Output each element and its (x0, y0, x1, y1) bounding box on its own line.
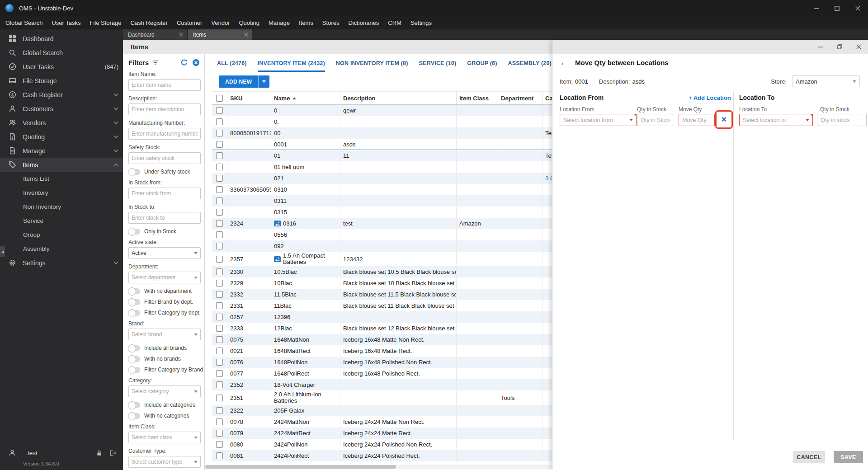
dialog-restore-button[interactable] (830, 40, 849, 54)
table-row[interactable]: 00751648MattNonIceberg 16x48 Matte Non R… (212, 334, 552, 345)
row-checkbox[interactable] (216, 370, 223, 377)
menu-item-items[interactable]: Items (294, 16, 318, 29)
row-checkbox[interactable] (216, 186, 223, 193)
toggle-switch[interactable] (128, 310, 140, 316)
sidebar-item-items-list[interactable]: Items List (0, 172, 123, 186)
column-header-name[interactable]: Name (271, 92, 340, 104)
row-checkbox[interactable] (216, 407, 223, 414)
toggle-switch[interactable] (128, 367, 140, 373)
row-checkbox[interactable] (216, 395, 223, 401)
filter-input-item-name[interactable] (128, 79, 201, 91)
sidebar-item-user-tasks[interactable]: User Tasks(847) (0, 60, 123, 74)
table-row[interactable]: 00802424PoliNonIceberg 24x24 Polished No… (212, 439, 552, 450)
item-tab-non-inventory-item-8[interactable]: NON INVENTORY ITEM (8) (336, 54, 408, 72)
filter-input-in-stock-to[interactable] (128, 212, 201, 224)
menu-item-crm[interactable]: CRM (383, 16, 406, 29)
table-row[interactable]: 0315 (212, 207, 552, 218)
refresh-icon[interactable] (180, 59, 188, 66)
table-row[interactable]: 025712396 (212, 311, 552, 323)
sidebar-item-non-inventory[interactable]: Non Inventory (0, 200, 123, 214)
toggle-switch[interactable] (128, 169, 140, 175)
filter-toggle-include-all-brands[interactable]: Include all brands (128, 345, 201, 351)
sidebar-item-customers[interactable]: Customers (0, 102, 123, 116)
lock-icon[interactable] (96, 450, 103, 456)
row-checkbox[interactable] (216, 336, 223, 343)
column-header-description[interactable]: Description (340, 92, 457, 104)
qty-in-stock-to-input[interactable] (817, 114, 867, 126)
table-row[interactable]: 23512.0 Ah Lithium-Ion BatteriesTools (212, 390, 552, 405)
select-all-checkbox[interactable] (216, 95, 223, 102)
sidebar-item-global-search[interactable]: Global Search (0, 46, 123, 60)
row-checkbox[interactable] (216, 118, 223, 125)
menu-item-manage[interactable]: Manage (264, 16, 294, 29)
row-checkbox[interactable] (216, 430, 223, 437)
row-checkbox[interactable] (216, 256, 223, 263)
filter-select-customer-type[interactable]: Select customer type (128, 456, 201, 468)
row-checkbox[interactable] (216, 418, 223, 425)
table-row[interactable]: 0001asds (212, 139, 552, 150)
row-checkbox[interactable] (216, 141, 223, 148)
menu-item-global-search[interactable]: Global Search (1, 16, 47, 29)
add-new-dropdown-button[interactable] (258, 75, 269, 88)
item-tab-group-6[interactable]: GROUP (6) (467, 54, 497, 72)
row-checkbox[interactable] (216, 268, 223, 275)
row-checkbox[interactable] (216, 381, 223, 388)
scrollbar-thumb[interactable] (205, 465, 396, 469)
table-row[interactable]: 23240316testAmazon (212, 218, 552, 229)
row-checkbox[interactable] (216, 280, 223, 287)
sidebar-item-group[interactable]: Group (0, 228, 123, 242)
location-from-select[interactable]: Select location from (560, 114, 637, 126)
filter-toggle-filter-brand-by-dept[interactable]: Filter Brand by dept. (128, 299, 201, 305)
filter-select-category[interactable]: Select category (128, 385, 201, 397)
item-tab-all-2476[interactable]: ALL (2476) (217, 54, 247, 72)
filter-select-brand[interactable]: Select brand (128, 329, 201, 340)
qty-in-stock-input[interactable] (637, 114, 673, 126)
filter-input-description[interactable] (128, 103, 201, 115)
sidebar-item-quoting[interactable]: $Quoting (0, 130, 123, 144)
menu-item-dictionaries[interactable]: Dictionaries (344, 16, 383, 29)
sidebar-item-manage[interactable]: Manage (0, 144, 123, 158)
sidebar-item-settings[interactable]: Settings (0, 256, 123, 270)
item-tab-service-10[interactable]: SERVICE (10) (419, 54, 457, 72)
column-header-cate[interactable]: Cate (542, 92, 552, 104)
menu-item-file-storage[interactable]: File Storage (85, 16, 126, 29)
table-row[interactable]: 800050019171200Tes (212, 127, 552, 139)
dialog-close-button[interactable] (849, 40, 868, 54)
filter-toggle-include-all-categories[interactable]: Include all categories (128, 402, 201, 408)
row-checkbox[interactable] (216, 291, 223, 298)
table-row[interactable]: 01 hell uom (212, 161, 552, 173)
toggle-switch[interactable] (128, 356, 140, 362)
table-row[interactable]: 33603730650590310 (212, 184, 552, 195)
filter-toggle-with-no-department[interactable]: With no department (128, 288, 201, 294)
item-tab-inventory-item-2432[interactable]: INVENTORY ITEM (2432) (258, 54, 325, 72)
table-row[interactable]: 0213 C (212, 173, 552, 184)
close-icon[interactable] (244, 33, 248, 37)
table-row[interactable]: 00771648PoliRectIceberg 16x48 Polished R… (212, 368, 552, 379)
table-row[interactable]: 233010.5BlacBlack blouse set 10.5 Black … (212, 266, 552, 277)
sidebar-item-assembly[interactable]: Assembly (0, 242, 123, 256)
table-row[interactable]: 00782424MattNonIceberg 24x24 Matte Non R… (212, 416, 552, 428)
sidebar-item-dashboard[interactable]: Dashboard (0, 32, 123, 46)
tab-dashboard[interactable]: Dashboard (123, 29, 187, 40)
item-tab-assembly-20[interactable]: ASSEMBLY (20) (508, 54, 552, 72)
table-row[interactable]: 0qewr (212, 105, 552, 116)
menu-item-cash-register[interactable]: Cash Register (126, 16, 172, 29)
row-checkbox[interactable] (216, 209, 223, 216)
logout-icon[interactable] (109, 450, 117, 456)
collapse-sidebar-icon[interactable]: ◀ (0, 246, 5, 257)
row-checkbox[interactable] (216, 452, 223, 459)
menu-item-settings[interactable]: Settings (406, 16, 436, 29)
sidebar-item-inventory[interactable]: Inventory (0, 186, 123, 200)
table-row[interactable]: 235218-Volt Charger (212, 379, 552, 390)
toggle-switch[interactable] (128, 345, 140, 351)
table-row[interactable]: 232910BlacBlack blouse set 10 Black Blac… (212, 277, 552, 289)
filter-toggle-filter-category-by-dept[interactable]: Filter Category by dept. (128, 310, 201, 316)
row-checkbox[interactable] (216, 243, 223, 249)
table-row[interactable]: 00761648PoliNonIceberg 16x48 Polished No… (212, 357, 552, 368)
menu-item-stores[interactable]: Stores (318, 16, 344, 29)
table-row[interactable]: 0. (212, 116, 552, 127)
filter-toggle-under-safety-stock[interactable]: Under Safety stock (128, 169, 201, 175)
filter-toggle-with-no-brands[interactable]: With no brands (128, 356, 201, 362)
toggle-switch[interactable] (128, 288, 140, 294)
filter-toggle-filter-category-by-brand[interactable]: Filter Category by Brand (128, 367, 201, 373)
